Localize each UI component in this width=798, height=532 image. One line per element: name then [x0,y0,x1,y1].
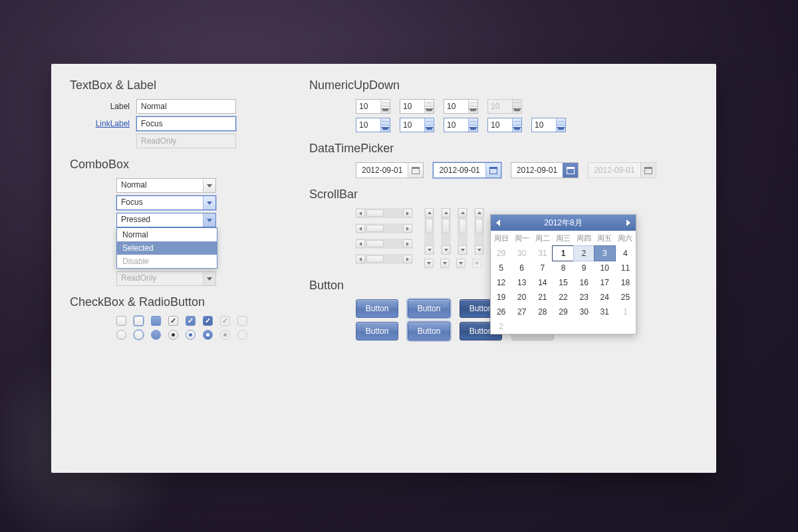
scrollbar-h-4[interactable] [356,254,412,264]
calendar-day[interactable]: 24 [595,290,615,305]
checkbox-checked-focus[interactable] [186,316,196,326]
linklabel[interactable]: LinkLabel [96,119,130,128]
calendar-day[interactable]: 16 [574,275,595,290]
numeric-focus-2[interactable]: 10 [400,118,434,132]
radio-pressed[interactable] [151,330,161,340]
calendar-day[interactable]: 30 [511,246,532,261]
numeric-focus-5[interactable]: 10 [531,118,566,132]
textbox-focus[interactable] [136,116,236,131]
scroll-up-icon[interactable] [425,208,434,217]
calendar-day[interactable]: 10 [595,261,615,275]
calendar-button[interactable] [408,163,423,178]
calendar-day[interactable]: 30 [574,305,595,319]
button-normal[interactable]: Button [356,299,398,318]
scroll-down-btn[interactable] [424,259,434,268]
calendar-day[interactable]: 20 [511,290,532,305]
calendar-day[interactable]: 3 [594,245,616,261]
checkbox-normal[interactable] [116,316,126,326]
calendar-day[interactable]: 13 [511,275,532,290]
calendar-day[interactable]: 5 [491,261,511,275]
calendar-day[interactable]: 28 [532,305,553,319]
calendar-day[interactable]: 11 [615,261,636,275]
checkbox-checked-pressed[interactable] [203,316,213,326]
numeric-normal-3[interactable]: 10 [444,99,478,114]
calendar-day[interactable]: 1 [552,245,574,261]
calendar-day[interactable]: 2 [491,319,511,334]
calendar-button[interactable] [485,163,501,178]
spin-down-icon[interactable] [381,107,390,114]
scrollbar-v-4[interactable] [474,208,484,255]
calendar-day[interactable]: 22 [553,290,573,305]
calendar-popup[interactable]: 2012年8月 周日周一周二周三周四周五周六 29303112345678910… [490,214,636,334]
calendar-day[interactable]: 31 [532,246,553,261]
radio-checked-pressed[interactable] [203,330,213,340]
calendar-day[interactable]: 19 [491,290,511,305]
calendar-prev-icon[interactable] [496,219,500,226]
radio-focus[interactable] [134,330,144,340]
datepicker-pressed[interactable]: 2012-09-01 [511,162,579,178]
calendar-day[interactable]: 15 [553,275,573,290]
calendar-day[interactable]: 25 [615,290,636,305]
calendar-day[interactable]: 4 [615,246,636,261]
button-focus-2[interactable]: Button [408,322,450,340]
combo-normal[interactable]: Normal [116,178,216,193]
checkbox-checked[interactable] [168,316,178,326]
combo-normal-button[interactable] [203,179,215,192]
calendar-day[interactable]: 6 [511,261,532,275]
calendar-day[interactable]: 17 [595,275,615,290]
scrollbar-v-1[interactable] [424,208,434,255]
combo-dropdown[interactable]: Normal Selected Disable [116,227,217,269]
calendar-day[interactable]: 27 [511,305,532,319]
calendar-day[interactable]: 2 [573,245,595,261]
calendar-icon [412,167,420,174]
calendar-day[interactable]: 31 [595,305,615,319]
calendar-next-icon[interactable] [626,219,630,226]
scrollbar-v-2[interactable] [441,208,451,255]
textbox-normal[interactable] [136,99,236,114]
calendar-day[interactable]: 29 [491,246,511,261]
checkbox-pressed[interactable] [151,316,161,326]
spin-up-icon[interactable] [381,100,390,107]
numeric-focus-4[interactable]: 10 [487,118,522,132]
radio-checked-focus[interactable] [186,330,196,340]
button-focus[interactable]: Button [408,299,450,318]
scrollbar-h-3[interactable] [356,239,412,249]
combo-option-selected[interactable]: Selected [117,241,217,255]
scroll-down-icon[interactable] [425,245,434,255]
calendar-day[interactable]: 14 [532,275,553,290]
scroll-down-btn[interactable] [440,259,450,268]
scrollbar-h-1[interactable] [356,208,412,218]
combo-pressed-button[interactable] [203,213,215,227]
datepicker-focus[interactable]: 2012-09-01 [433,162,501,178]
calendar-button[interactable] [563,163,578,178]
calendar-day[interactable]: 23 [574,290,595,305]
combo-pressed[interactable]: Pressed [116,213,216,227]
calendar-day[interactable]: 12 [491,275,511,290]
scrollbar-h-2[interactable] [356,223,412,233]
scroll-right-icon[interactable] [403,209,412,217]
scroll-left-icon[interactable] [356,209,365,217]
button-normal-2[interactable]: Button [356,322,398,340]
calendar-day[interactable]: 1 [615,305,636,319]
calendar-day[interactable]: 29 [553,305,573,319]
scroll-thumb[interactable] [366,209,384,217]
numeric-focus-1[interactable]: 10 [356,118,390,132]
combo-option-normal[interactable]: Normal [117,228,217,241]
checkbox-focus[interactable] [134,316,144,326]
numeric-normal-2[interactable]: 10 [400,99,434,114]
calendar-day[interactable]: 26 [491,305,511,319]
calendar-day[interactable]: 9 [574,261,595,275]
combo-focus[interactable]: Focus [116,196,216,210]
calendar-day[interactable]: 21 [532,290,553,305]
calendar-day[interactable]: 8 [553,261,573,275]
datepicker-normal[interactable]: 2012-09-01 [356,162,424,178]
radio-checked[interactable] [168,330,178,340]
numeric-normal[interactable]: 10 [356,99,390,114]
scrollbar-v-3[interactable] [458,208,467,255]
calendar-day[interactable]: 18 [615,275,636,290]
radio-normal[interactable] [116,330,126,340]
combo-focus-button[interactable] [203,196,215,209]
scroll-down-btn[interactable] [456,259,466,268]
calendar-day[interactable]: 7 [532,261,553,275]
numeric-focus-3[interactable]: 10 [444,118,478,132]
